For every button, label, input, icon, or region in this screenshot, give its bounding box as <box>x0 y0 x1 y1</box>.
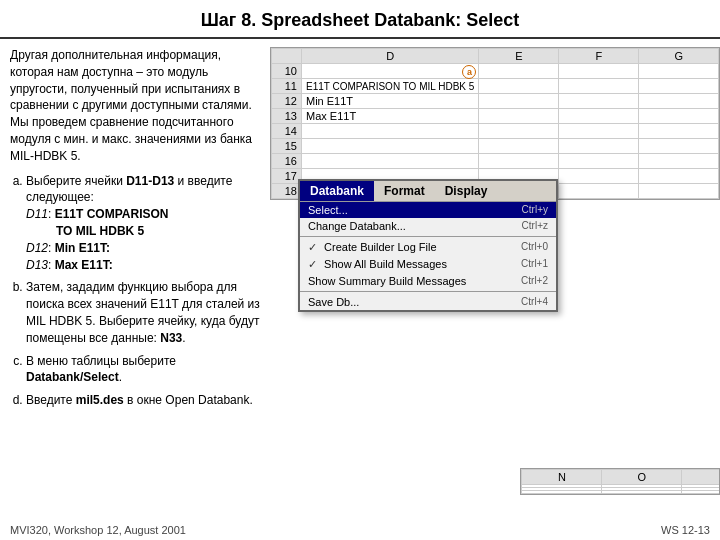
cell-o3[interactable] <box>602 491 682 494</box>
step-a: Выберите ячейки D11-D13 и введите следую… <box>26 173 260 274</box>
table-row: 15 <box>272 139 719 154</box>
cell-d14[interactable] <box>302 124 479 139</box>
cell-f15[interactable] <box>559 139 639 154</box>
step-b-cell: N33 <box>160 331 182 345</box>
menu-item-create-shortcut: Ctrl+0 <box>521 241 548 254</box>
row-num: 10 <box>272 64 302 79</box>
cell-n3[interactable] <box>522 491 602 494</box>
col-p: P <box>682 470 720 485</box>
col-d: D <box>302 49 479 64</box>
menu-item-select-shortcut: Ctrl+y <box>522 204 548 216</box>
intro-text: Другая дополнительная информация, котора… <box>10 47 260 165</box>
d12-val: : Min E11T: <box>48 241 110 255</box>
menu-item-select[interactable]: Select... Ctrl+y <box>300 202 556 218</box>
table-row: 12 Min E11T <box>272 94 719 109</box>
d12-label: D12 <box>26 241 48 255</box>
cell-f18[interactable] <box>559 184 639 199</box>
cell-g11[interactable] <box>639 79 719 94</box>
step-a-bold: D11-D13 <box>126 174 174 188</box>
menu-bar-format[interactable]: Format <box>374 181 435 201</box>
menu-item-show-all-label: ✓ Show All Build Messages <box>308 258 447 271</box>
row-num: 18 <box>272 184 302 199</box>
cell-f10[interactable] <box>559 64 639 79</box>
d13-label: D13 <box>26 258 48 272</box>
menu-item-show-all[interactable]: ✓ Show All Build Messages Ctrl+1 <box>300 256 556 273</box>
cell-f16[interactable] <box>559 154 639 169</box>
dropdown-menu: Databank Format Display Select... Ctrl+y… <box>298 179 558 312</box>
cell-e16[interactable] <box>479 154 559 169</box>
cell-e13[interactable] <box>479 109 559 124</box>
cell-f13[interactable] <box>559 109 639 124</box>
step-b: Затем, зададим функцию выбора для поиска… <box>26 279 260 346</box>
row-num: 16 <box>272 154 302 169</box>
col-f: F <box>559 49 639 64</box>
d13-val: : Max E11T: <box>48 258 113 272</box>
menu-item-change-label: Change Databank... <box>308 220 406 232</box>
cell-d10[interactable]: a <box>302 64 479 79</box>
cell-e15[interactable] <box>479 139 559 154</box>
page-header: Шаг 8. Spreadsheet Databank: Select <box>0 0 720 39</box>
left-panel: Другая дополнительная информация, котора… <box>10 47 260 517</box>
step-d-file: mil5.des <box>76 393 124 407</box>
spreadsheet-bottom: N O P Q <box>520 468 720 495</box>
row-num: 11 <box>272 79 302 94</box>
cell-d15[interactable] <box>302 139 479 154</box>
menu-bar: Databank Format Display <box>300 181 556 202</box>
table-row: 10 a <box>272 64 719 79</box>
cell-e11[interactable] <box>479 79 559 94</box>
menu-item-create-label: ✓ Create Builder Log File <box>308 241 437 254</box>
cell-e10[interactable] <box>479 64 559 79</box>
cell-d12[interactable]: Min E11T <box>302 94 479 109</box>
cell-f11[interactable] <box>559 79 639 94</box>
spreadsheet-table-top: D E F G 10 a <box>271 48 719 199</box>
cell-d11[interactable]: E11T COMPARISON TO MIL HDBK 5 <box>302 79 479 94</box>
row-num: 12 <box>272 94 302 109</box>
col-o: O <box>602 470 682 485</box>
table-row <box>522 491 720 494</box>
menu-item-save-label: Save Db... <box>308 296 359 308</box>
cell-e14[interactable] <box>479 124 559 139</box>
cell-d13[interactable]: Max E11T <box>302 109 479 124</box>
cell-g16[interactable] <box>639 154 719 169</box>
menu-bar-databank[interactable]: Databank <box>300 181 374 201</box>
cell-f12[interactable] <box>559 94 639 109</box>
footer: MVI320, Workshop 12, August 2001 WS 12-1… <box>10 524 710 536</box>
cell-g18[interactable] <box>639 184 719 199</box>
cell-f14[interactable] <box>559 124 639 139</box>
menu-separator-1 <box>300 236 556 237</box>
cell-f17[interactable] <box>559 169 639 184</box>
col-n: N <box>522 470 602 485</box>
spreadsheet-bottom-header-row: N O P Q <box>522 470 720 485</box>
step-c: В меню таблицы выберите Databank/Select. <box>26 353 260 387</box>
cell-g14[interactable] <box>639 124 719 139</box>
menu-item-show-summary[interactable]: Show Summary Build Messages Ctrl+2 <box>300 273 556 289</box>
menu-separator-2 <box>300 291 556 292</box>
main-content: Другая дополнительная информация, котора… <box>0 47 720 517</box>
menu-item-save-db[interactable]: Save Db... Ctrl+4 <box>300 294 556 310</box>
menu-item-change-databank[interactable]: Change Databank... Ctrl+z <box>300 218 556 234</box>
cell-g15[interactable] <box>639 139 719 154</box>
menu-bar-display[interactable]: Display <box>435 181 498 201</box>
col-g: G <box>639 49 719 64</box>
step-a-pre: Выберите ячейки <box>26 174 126 188</box>
spreadsheet-table-bottom: N O P Q <box>521 469 720 494</box>
menu-item-create-log[interactable]: ✓ Create Builder Log File Ctrl+0 <box>300 239 556 256</box>
cell-d16[interactable] <box>302 154 479 169</box>
cell-g12[interactable] <box>639 94 719 109</box>
cell-g13[interactable] <box>639 109 719 124</box>
table-row: 14 <box>272 124 719 139</box>
row-num: 13 <box>272 109 302 124</box>
table-row: 13 Max E11T <box>272 109 719 124</box>
col-e: E <box>479 49 559 64</box>
menu-item-change-shortcut: Ctrl+z <box>522 220 548 232</box>
spreadsheet-header-row: D E F G <box>272 49 719 64</box>
footer-left: MVI320, Workshop 12, August 2001 <box>10 524 186 536</box>
cell-e12[interactable] <box>479 94 559 109</box>
menu-item-show-summary-shortcut: Ctrl+2 <box>521 275 548 287</box>
row-num: 15 <box>272 139 302 154</box>
row-num: 17 <box>272 169 302 184</box>
cell-p3[interactable] <box>682 491 720 494</box>
cell-g17[interactable] <box>639 169 719 184</box>
cell-g10[interactable] <box>639 64 719 79</box>
table-row: 16 <box>272 154 719 169</box>
